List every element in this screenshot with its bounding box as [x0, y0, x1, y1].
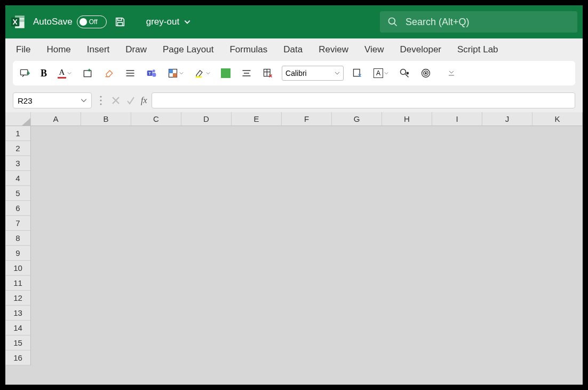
font-name: Calibri — [285, 69, 307, 77]
tab-data[interactable]: Data — [283, 40, 303, 59]
row-header[interactable]: 10 — [5, 261, 31, 276]
row-header[interactable]: 2 — [5, 141, 31, 156]
grid-area: A B C D E F G H I J K 1 2 3 4 5 6 7 8 9 … — [5, 112, 583, 385]
autosave-toggle[interactable]: Off — [77, 15, 107, 28]
font-select[interactable]: Calibri — [282, 66, 344, 81]
svg-rect-4 — [117, 18, 121, 21]
tab-formulas[interactable]: Formulas — [229, 40, 267, 59]
svg-rect-14 — [169, 69, 173, 74]
toggle-knob — [80, 18, 87, 26]
svg-point-19 — [401, 69, 406, 75]
fill-color-button[interactable] — [219, 66, 233, 80]
search-box[interactable]: Search (Alt+Q) — [380, 11, 577, 33]
row-header[interactable]: 13 — [5, 306, 31, 321]
file-name-text: grey-out — [146, 17, 179, 27]
tab-developer[interactable]: Developer — [400, 40, 442, 59]
file-name-dropdown[interactable]: grey-out — [146, 17, 191, 27]
row-header[interactable]: 6 — [5, 201, 31, 216]
highlight-button[interactable] — [192, 66, 212, 81]
toolbar-wrap: B A T Calibri A — [5, 61, 583, 91]
more-button[interactable] — [446, 67, 457, 80]
more-options-icon[interactable] — [96, 96, 106, 105]
toolbar: B A T Calibri A — [13, 61, 575, 85]
tab-page-layout[interactable]: Page Layout — [163, 40, 213, 59]
autosave-label: AutoSave — [33, 17, 73, 27]
clear-format-button[interactable] — [101, 66, 116, 81]
svg-rect-15 — [173, 73, 177, 77]
svg-point-24 — [100, 96, 101, 97]
teams-share-button[interactable]: T — [144, 66, 159, 81]
title-bar: AutoSave Off grey-out Search (Alt+Q) — [5, 5, 583, 38]
col-header[interactable]: H — [382, 112, 432, 126]
search-placeholder: Search (Alt+Q) — [406, 17, 470, 28]
col-header[interactable]: I — [432, 112, 482, 126]
caret-icon — [67, 71, 71, 75]
svg-rect-7 — [21, 69, 28, 75]
name-box-value: R23 — [18, 96, 33, 105]
caret-icon — [206, 71, 210, 75]
svg-point-26 — [100, 103, 101, 105]
row-header[interactable]: 11 — [5, 276, 31, 291]
svg-point-11 — [153, 69, 155, 72]
row-header[interactable]: 7 — [5, 216, 31, 231]
row-header[interactable]: 12 — [5, 291, 31, 306]
fx-icon[interactable]: fx — [141, 96, 147, 105]
row-header[interactable]: 5 — [5, 186, 31, 201]
col-header[interactable]: C — [131, 112, 181, 126]
svg-rect-16 — [196, 76, 202, 78]
row-header[interactable]: 8 — [5, 231, 31, 246]
center-button[interactable] — [239, 66, 254, 81]
save-icon[interactable] — [114, 16, 126, 28]
confirm-icon[interactable] — [126, 96, 136, 105]
format-button[interactable]: A — [371, 66, 391, 80]
svg-point-25 — [100, 99, 101, 101]
col-header[interactable]: J — [482, 112, 533, 126]
insert-cells-button[interactable] — [80, 66, 95, 81]
find-button[interactable] — [397, 66, 412, 81]
column-headers: A B C D E F G H I J K — [31, 112, 583, 126]
tab-home[interactable]: Home — [46, 40, 70, 59]
target-button[interactable] — [418, 66, 433, 81]
row-header[interactable]: 15 — [5, 336, 31, 350]
row-header[interactable]: 14 — [5, 321, 31, 336]
tab-insert[interactable]: Insert — [87, 40, 110, 59]
conditional-format-button[interactable] — [165, 66, 186, 81]
tab-view[interactable]: View — [364, 40, 384, 59]
row-header[interactable]: 3 — [5, 156, 31, 171]
col-header[interactable]: A — [31, 112, 81, 126]
caret-icon — [335, 71, 340, 76]
formula-bar-buttons: fx — [96, 96, 147, 105]
edit-button[interactable] — [350, 66, 365, 81]
chevron-down-icon — [184, 18, 191, 26]
excel-window: AutoSave Off grey-out Search (Alt+Q) Fil… — [5, 5, 583, 385]
formula-input[interactable] — [152, 92, 575, 108]
tab-draw[interactable]: Draw — [125, 40, 147, 59]
align-button[interactable] — [123, 66, 138, 81]
col-header[interactable]: B — [81, 112, 131, 126]
ribbon-tabs: File Home Insert Draw Page Layout Formul… — [5, 38, 583, 61]
select-all-corner[interactable] — [5, 112, 31, 126]
col-header[interactable]: G — [332, 112, 382, 126]
col-header[interactable]: E — [232, 112, 282, 126]
col-header[interactable]: D — [181, 112, 232, 126]
bold-icon: B — [41, 68, 47, 79]
delete-sheet-button[interactable] — [260, 66, 275, 81]
col-header[interactable]: F — [282, 112, 332, 126]
grid-cells[interactable] — [31, 126, 583, 385]
row-header[interactable]: 4 — [5, 171, 31, 186]
font-color-button[interactable]: A — [55, 66, 74, 81]
col-header[interactable]: K — [533, 112, 583, 126]
tab-script-lab[interactable]: Script Lab — [457, 40, 498, 59]
tab-file[interactable]: File — [16, 40, 30, 59]
row-header[interactable]: 9 — [5, 246, 31, 261]
cancel-icon[interactable] — [111, 96, 121, 105]
tab-review[interactable]: Review — [319, 40, 348, 59]
row-header[interactable]: 1 — [5, 126, 31, 141]
autosave-group: AutoSave Off — [33, 15, 107, 28]
bold-button[interactable]: B — [38, 66, 49, 81]
name-box[interactable]: R23 — [13, 92, 92, 108]
row-header[interactable]: 16 — [5, 350, 31, 365]
formula-bar: R23 fx — [5, 91, 583, 112]
svg-rect-12 — [153, 73, 156, 77]
new-comment-button[interactable] — [17, 66, 32, 81]
